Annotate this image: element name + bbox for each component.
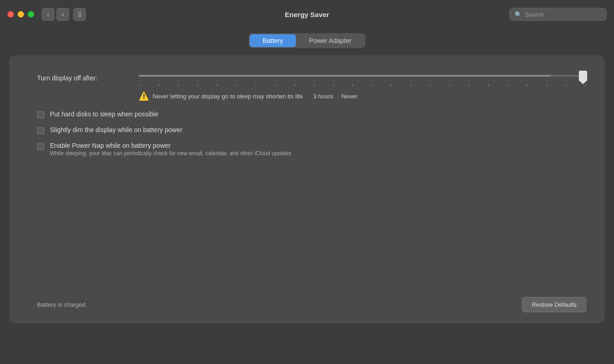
close-button[interactable] [7,11,14,18]
warning-row: ⚠️ Never letting your display go to slee… [37,91,586,101]
checkbox-label: Enable Power Nap while on battery power [50,142,291,149]
tick-mark [411,84,411,86]
slider-section: Turn display off after: [37,69,586,86]
checkbox-hard-disks[interactable] [37,111,44,119]
tick-mark [178,84,178,86]
tick-mark [256,84,256,86]
tick-mark [197,84,198,86]
warning-icon: ⚠️ [139,91,149,101]
checkbox-item: Slightly dim the display while on batter… [37,126,586,134]
checkbox-section: Put hard disks to sleep when possibleSli… [37,110,586,157]
minimize-button[interactable] [18,11,24,18]
slider-thumb-wrapper[interactable] [579,71,587,81]
tick-mark [566,84,566,86]
checkbox-item: Put hard disks to sleep when possible [37,110,586,119]
tick-mark [139,84,140,86]
tick-mark [546,84,547,86]
tab-power-adapter[interactable]: Power Adapter [296,34,364,47]
checkbox-content: Enable Power Nap while on battery powerW… [50,142,291,157]
search-bar: 🔍 [510,8,607,21]
checkbox-label: Put hard disks to sleep when possible [50,110,158,118]
tab-group: Battery Power Adapter [249,33,365,48]
tick-mark [585,84,586,86]
slider-with-ticks [139,69,586,86]
checkbox-content: Slightly dim the display while on batter… [50,126,182,133]
checkbox-label: Slightly dim the display while on batter… [50,126,182,133]
tick-mark [430,84,430,86]
tick-mark [314,84,314,86]
nav-buttons: ‹ › ⣿ [42,8,86,21]
ticks-row [139,84,586,86]
checkbox-dim-display[interactable] [37,127,44,134]
window-title: Energy Saver [285,11,329,18]
tab-battery[interactable]: Battery [250,34,296,47]
tick-mark [333,84,334,86]
tick-mark [352,84,353,86]
tick-mark [488,84,489,86]
tick-mark [469,84,469,86]
tick-mark [217,84,217,86]
slider-track-container [139,69,586,82]
tick-mark [295,84,295,86]
battery-status: Battery is charged. [37,301,87,308]
forward-icon: › [62,11,64,18]
footer: Battery is charged. Restore Defaults [37,297,586,312]
checkbox-content: Put hard disks to sleep when possible [50,110,158,118]
slider-wrapper [139,69,586,86]
slider-label: Turn display off after: [37,74,129,82]
restore-defaults-button[interactable]: Restore Defaults [522,297,586,312]
slider-fill [139,75,551,77]
tick-mark [236,84,237,86]
main-content: Battery Power Adapter Turn display off a… [0,29,614,333]
tick-mark [527,84,528,86]
tick-mark [508,84,508,86]
forward-button[interactable]: › [56,8,69,21]
warning-text: Never letting your display go to sleep m… [153,93,303,100]
tick-mark [372,84,372,86]
titlebar: ‹ › ⣿ Energy Saver 🔍 [0,0,614,29]
tick-mark [159,84,159,86]
checkbox-power-nap[interactable] [37,143,44,150]
thumb-arrow [579,80,587,84]
search-input[interactable] [525,11,602,18]
checkbox-sublabel: While sleeping, your Mac can periodicall… [50,150,291,157]
tab-switcher: Battery Power Adapter [9,33,605,48]
grid-icon: ⣿ [78,11,82,18]
tick-mark [275,84,276,86]
checkbox-item: Enable Power Nap while on battery powerW… [37,142,586,157]
panel: Turn display off after: [9,55,605,323]
slider-track [139,75,586,77]
tick-mark [391,84,392,86]
traffic-lights [7,11,34,18]
never-label: Never [342,93,358,100]
slider-thumb[interactable] [579,71,587,81]
maximize-button[interactable] [28,11,34,18]
hours-label: 3 hours [313,93,333,100]
tick-mark [449,84,450,86]
search-icon: 🔍 [515,11,522,18]
grid-button[interactable]: ⣿ [73,8,86,21]
back-icon: ‹ [47,11,49,18]
back-button[interactable]: ‹ [42,8,55,21]
